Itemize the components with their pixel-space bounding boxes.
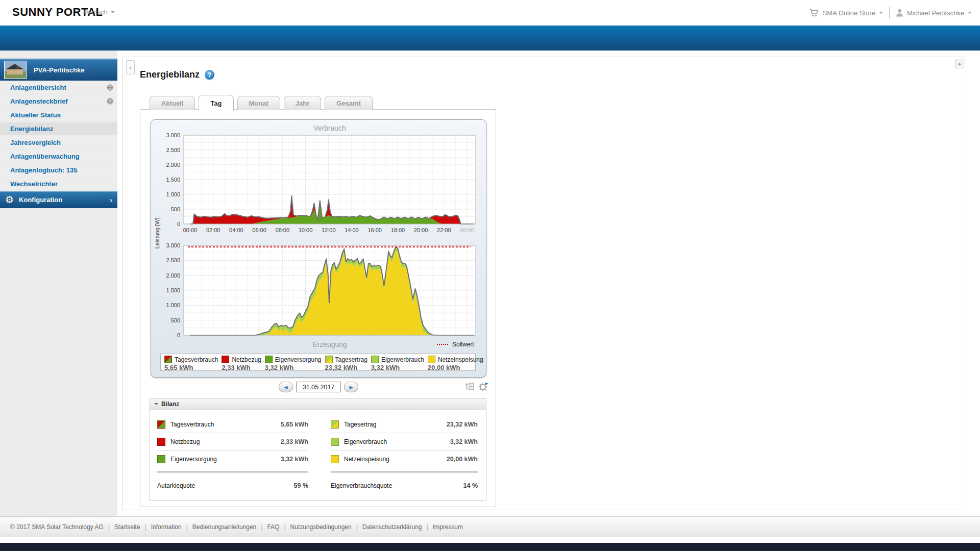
svg-text:0: 0 bbox=[177, 221, 180, 227]
footer-link-impressum[interactable]: Impressum bbox=[433, 523, 463, 531]
footer-link-startseite[interactable]: Startseite bbox=[114, 523, 140, 531]
legend-label: Eigenverbrauch bbox=[381, 356, 424, 363]
svg-text:Verbrauch: Verbrauch bbox=[313, 124, 346, 132]
collapse-triangle-icon bbox=[154, 403, 158, 407]
user-label: Michael Perlitschke bbox=[907, 9, 964, 17]
legend-color-icon bbox=[325, 356, 333, 363]
svg-text:10:00: 10:00 bbox=[299, 227, 313, 233]
bilanz-column-left: Tagesverbrauch5,65 kWhNetzbezug2,33 kWhE… bbox=[157, 416, 308, 494]
sidebar-item-konfiguration[interactable]: ⚙Konfiguration› bbox=[0, 191, 117, 208]
plant-name: PVA-Perlitschke bbox=[34, 66, 84, 74]
legend-value: 5,65 kWh bbox=[164, 364, 218, 371]
tab-jahr[interactable]: Jahr bbox=[284, 96, 321, 110]
svg-text:500: 500 bbox=[171, 206, 180, 212]
svg-text:1.000: 1.000 bbox=[166, 191, 180, 197]
help-icon[interactable]: ? bbox=[205, 70, 214, 80]
chevron-right-icon: › bbox=[110, 195, 112, 204]
cart-icon bbox=[809, 9, 819, 17]
bottom-bar bbox=[0, 543, 980, 551]
sidebar: PVA-Perlitschke AnlagenübersichtAnlagens… bbox=[0, 51, 117, 516]
online-store-dropdown[interactable]: SMA Online Store bbox=[809, 9, 883, 17]
tab-aktuell[interactable]: Aktuell bbox=[150, 96, 195, 110]
plant-photo bbox=[4, 61, 27, 79]
bilanz-quote-label: Autarkiequote bbox=[157, 482, 195, 489]
legend-value: 3,32 kWh bbox=[265, 364, 322, 371]
svg-text:500: 500 bbox=[171, 317, 180, 323]
divider bbox=[889, 7, 890, 19]
bilanz-label: Eigenverbrauch bbox=[344, 438, 387, 445]
svg-text:12:00: 12:00 bbox=[322, 227, 336, 233]
sidebar-item-label: Konfiguration bbox=[19, 196, 62, 204]
sidebar-item-label: Anlagenüberwachung bbox=[10, 153, 80, 160]
sidebar-item-jahresvergleich[interactable]: Jahresvergleich bbox=[0, 136, 117, 149]
legend-label: Tagesverbrauch bbox=[175, 356, 218, 363]
prev-day-button[interactable]: ◀ bbox=[279, 382, 293, 392]
bilanz-column-right: Tagesertrag23,32 kWhEigenverbrauch3,32 k… bbox=[331, 416, 478, 494]
sidebar-item-aktueller-status[interactable]: Aktueller Status bbox=[0, 109, 117, 121]
bilanz-quote-row: Autarkiequote59 % bbox=[157, 477, 308, 494]
sidebar-item-label: Energiebilanz bbox=[10, 125, 54, 133]
legend-value: 2,33 kWh bbox=[222, 364, 261, 371]
legend-color-icon bbox=[265, 356, 273, 363]
svg-text:Erzeugung: Erzeugung bbox=[312, 340, 347, 348]
legend-item: Eigenverbrauch3,32 kWh bbox=[368, 354, 424, 370]
divider: | bbox=[261, 523, 262, 531]
bilanz-header[interactable]: Bilanz bbox=[150, 398, 486, 410]
next-day-button[interactable]: ▶ bbox=[344, 382, 358, 392]
bilanz-title: Bilanz bbox=[161, 400, 179, 408]
svg-text:18:00: 18:00 bbox=[391, 227, 405, 233]
sidebar-item-anlagenueberwachung[interactable]: Anlagenüberwachung bbox=[0, 150, 117, 163]
sidebar-item-energiebilanz[interactable]: Energiebilanz bbox=[0, 122, 117, 135]
bilanz-color-icon bbox=[157, 455, 165, 463]
bilanz-row: Netzbezug2,33 kWh bbox=[157, 433, 308, 450]
chart-settings-icon[interactable] bbox=[478, 382, 488, 391]
energy-chart-widget: Leistung [W] 05001.0001.5002.0002.5003.0… bbox=[151, 119, 486, 378]
user-dropdown[interactable]: Michael Perlitschke bbox=[896, 9, 972, 17]
publish-icon[interactable] bbox=[465, 382, 475, 391]
bilanz-row: Tagesverbrauch5,65 kWh bbox=[157, 416, 308, 433]
date-input[interactable] bbox=[296, 382, 341, 392]
sidebar-item-anlagenlogbuch[interactable]: Anlagenlogbuch: 135 bbox=[0, 164, 117, 177]
footer-link-nutzungsbedingungen[interactable]: Nutzungsbedingungen bbox=[290, 523, 352, 531]
legend-label: Netzeinspeisung bbox=[438, 356, 483, 363]
sidebar-item-label: Anlagenlogbuch: 135 bbox=[10, 166, 77, 174]
legend-label: Tagesertrag bbox=[335, 356, 368, 363]
sidebar-collapse-button[interactable]: ‹ bbox=[126, 60, 135, 74]
chevron-down-icon bbox=[968, 12, 972, 16]
svg-text:2.000: 2.000 bbox=[166, 272, 180, 279]
footer-links: © 2017 SMA Solar Technology AG|Startseit… bbox=[0, 517, 980, 531]
svg-text:20:00: 20:00 bbox=[414, 227, 428, 233]
page-title-row: Energiebilanz ? bbox=[140, 69, 214, 80]
footer-link-information[interactable]: Information bbox=[151, 523, 182, 531]
scroll-up-button[interactable]: ▲ bbox=[955, 59, 964, 68]
sidebar-item-label: Wechselrichter bbox=[10, 180, 58, 188]
tab-content: Leistung [W] 05001.0001.5002.0002.5003.0… bbox=[140, 109, 496, 507]
bilanz-row: Netzeinspeisung20,00 kWh bbox=[331, 450, 478, 467]
sidebar-item-anlagenuebersicht[interactable]: Anlagenübersicht bbox=[0, 81, 117, 94]
tab-gesamt[interactable]: Gesamt bbox=[325, 96, 373, 110]
bilanz-quote-value: 14 % bbox=[463, 482, 478, 489]
footer: © 2017 SMA Solar Technology AG|Startseit… bbox=[0, 516, 980, 537]
bilanz-label: Eigenversorgung bbox=[170, 456, 217, 463]
tab-monat[interactable]: Monat bbox=[237, 96, 280, 110]
svg-text:2.500: 2.500 bbox=[166, 257, 180, 263]
bilanz-row: Eigenversorgung3,32 kWh bbox=[157, 450, 308, 467]
sidebar-item-anlagensteckbrief[interactable]: Anlagensteckbrief bbox=[0, 95, 117, 108]
bilanz-panel: Bilanz Tagesverbrauch5,65 kWhNetzbezug2,… bbox=[150, 398, 486, 501]
sidebar-item-wechselrichter[interactable]: Wechselrichter bbox=[0, 178, 117, 190]
tab-tag[interactable]: Tag bbox=[199, 95, 233, 111]
divider: | bbox=[356, 523, 358, 531]
bilanz-label: Tagesverbrauch bbox=[170, 421, 214, 428]
bilanz-color-icon bbox=[157, 420, 165, 429]
language-dropdown[interactable]: Deutsch bbox=[83, 8, 115, 16]
gear-icon: ⚙ bbox=[5, 194, 14, 206]
footer-link-datenschutzerklärung[interactable]: Datenschutzerklärung bbox=[362, 523, 422, 531]
footer-link-faq[interactable]: FAQ bbox=[267, 523, 279, 531]
bilanz-label: Netzeinspeisung bbox=[344, 456, 389, 463]
footer-link-bedienungsanleitungen[interactable]: Bedienungsanleitungen bbox=[192, 523, 256, 531]
plant-header[interactable]: PVA-Perlitschke bbox=[0, 59, 117, 81]
divider bbox=[157, 471, 308, 473]
legend-value: 23,32 kWh bbox=[325, 364, 368, 371]
chevron-down-icon bbox=[111, 11, 115, 15]
legend-color-icon bbox=[371, 356, 379, 363]
